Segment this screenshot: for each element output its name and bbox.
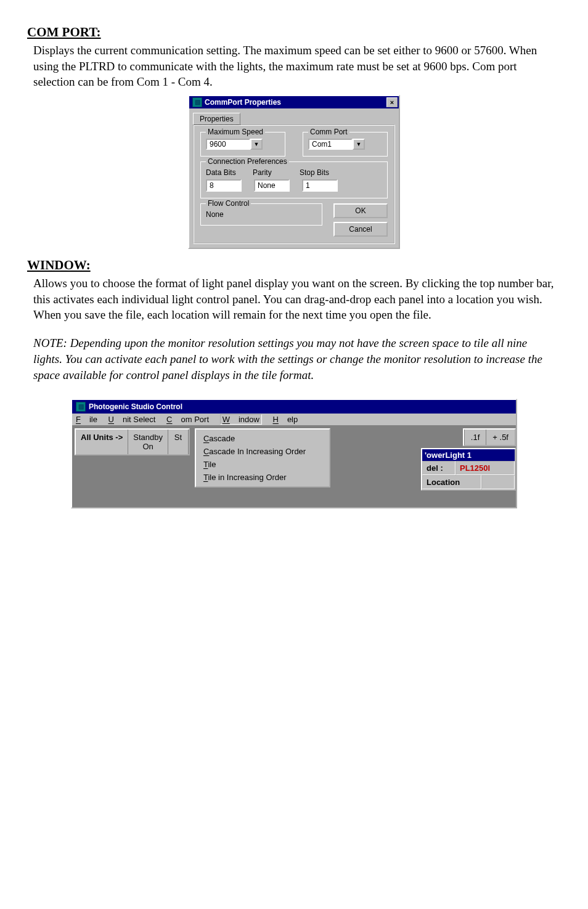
flow-value: None bbox=[206, 210, 224, 219]
menu-unit-select[interactable]: Unit Select bbox=[108, 415, 156, 424]
menu-file[interactable]: File bbox=[76, 415, 97, 424]
group-maxspeed: Maximum Speed 9600 ▼ bbox=[200, 132, 285, 157]
menu-tile-inc[interactable]: Tile in Increasing Order bbox=[196, 471, 329, 484]
standby-line1: Standby bbox=[133, 433, 163, 442]
group-connpref: Connection Preferences Data Bits Parity … bbox=[200, 161, 388, 198]
psc-titlebar[interactable]: ▧ Photogenic Studio Control bbox=[72, 400, 516, 414]
ok-button[interactable]: OK bbox=[333, 203, 388, 218]
dialog-panel: Maximum Speed 9600 ▼ Comm Port Com1 ▼ Co… bbox=[193, 124, 395, 244]
cancel-button[interactable]: Cancel bbox=[333, 222, 388, 237]
comport-body: Displays the current communication setti… bbox=[33, 43, 561, 90]
maxspeed-select[interactable]: 9600 ▼ bbox=[206, 139, 280, 150]
maxspeed-value: 9600 bbox=[206, 139, 250, 150]
window-dropdown: Cascade Cascade In Increasing Order Tile… bbox=[195, 428, 330, 487]
parity-field[interactable]: None bbox=[254, 179, 290, 192]
commport-dialog: ▧ CommPort Properties × Properties Maxim… bbox=[188, 95, 400, 249]
chevron-down-icon[interactable]: ▼ bbox=[353, 139, 365, 150]
dialog-title: CommPort Properties bbox=[205, 98, 281, 107]
window-body: Allows you to choose the format of light… bbox=[33, 275, 561, 323]
subwin-del-label: del : bbox=[422, 461, 455, 475]
dialog-titlebar[interactable]: ▧ CommPort Properties × bbox=[189, 96, 399, 108]
psc-title-text: Photogenic Studio Control bbox=[89, 402, 182, 411]
commport-dialog-wrap: ▧ CommPort Properties × Properties Maxim… bbox=[27, 95, 561, 249]
psc-window: ▧ Photogenic Studio Control File Unit Se… bbox=[71, 399, 517, 508]
group-maxspeed-title: Maximum Speed bbox=[206, 128, 265, 136]
menu-help[interactable]: Help bbox=[273, 415, 298, 424]
commport-select[interactable]: Com1 ▼ bbox=[308, 139, 382, 150]
psc-toolbar: All Units -> Standby On St bbox=[75, 428, 190, 455]
all-units-label: All Units -> bbox=[76, 430, 128, 454]
window-heading: WINDOW: bbox=[27, 258, 561, 273]
label-databits: Data Bits bbox=[206, 168, 240, 177]
subwin-title[interactable]: 'owerLight 1 bbox=[422, 449, 515, 461]
subwin-location-label: Location bbox=[422, 475, 481, 489]
group-flow-title: Flow Control bbox=[206, 199, 251, 208]
comport-heading: COM PORT: bbox=[27, 25, 561, 40]
app-icon: ▧ bbox=[76, 402, 86, 412]
window-note: NOTE: Depending upon the monitor resolut… bbox=[33, 335, 555, 384]
group-commport: Comm Port Com1 ▼ bbox=[303, 132, 388, 157]
connpref-labels: Data Bits Parity Stop Bits bbox=[206, 168, 382, 177]
standby-line2: On bbox=[133, 442, 163, 451]
btn-plus[interactable]: + .5f bbox=[486, 430, 515, 445]
top-right-buttons: .1f + .5f bbox=[463, 428, 516, 446]
app-icon: ▧ bbox=[192, 97, 202, 107]
menu-cascade-inc[interactable]: Cascade In Increasing Order bbox=[196, 445, 329, 458]
powerlight-subwindow[interactable]: 'owerLight 1 del : PL1250l Location bbox=[421, 448, 516, 491]
stopbits-field[interactable]: 1 bbox=[302, 179, 338, 192]
subwin-location-value bbox=[481, 475, 515, 489]
psc-wrap: ▧ Photogenic Studio Control File Unit Se… bbox=[27, 399, 561, 508]
databits-field[interactable]: 8 bbox=[206, 179, 242, 192]
tab-properties[interactable]: Properties bbox=[193, 113, 240, 125]
menu-tile[interactable]: Tile bbox=[196, 458, 329, 471]
connpref-fields: 8 None 1 bbox=[206, 179, 382, 192]
close-icon[interactable]: × bbox=[386, 97, 398, 107]
chevron-down-icon[interactable]: ▼ bbox=[250, 139, 263, 150]
psc-menubar: File Unit Select Com Port Window Help bbox=[72, 414, 516, 426]
commport-value: Com1 bbox=[308, 139, 353, 150]
label-stopbits: Stop Bits bbox=[300, 168, 334, 177]
psc-body: All Units -> Standby On St Cascade Casca… bbox=[72, 426, 516, 507]
standby-on-button[interactable]: Standby On bbox=[128, 430, 168, 454]
group-flow: Flow Control None bbox=[200, 203, 322, 226]
btn-minus[interactable]: .1f bbox=[464, 430, 486, 445]
menu-cascade[interactable]: Cascade bbox=[196, 432, 329, 445]
st-button[interactable]: St bbox=[168, 430, 189, 454]
subwin-del-value: PL1250l bbox=[455, 461, 515, 475]
label-parity: Parity bbox=[253, 168, 287, 177]
group-connpref-title: Connection Preferences bbox=[206, 157, 289, 166]
menu-window[interactable]: Window bbox=[220, 414, 262, 425]
tabstrip: Properties bbox=[189, 108, 399, 124]
menu-com-port[interactable]: Com Port bbox=[166, 415, 209, 424]
group-commport-title: Comm Port bbox=[308, 128, 349, 136]
